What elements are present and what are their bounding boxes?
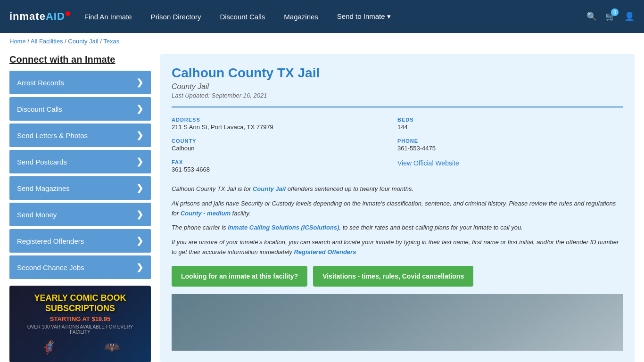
chevron-right-icon: ❯	[136, 209, 143, 220]
sidebar-item-discount-calls[interactable]: Discount Calls ❯	[9, 97, 151, 121]
facility-content: Calhoun County TX Jail County Jail Last …	[160, 54, 635, 362]
fax-value: 361-553-4668	[172, 166, 392, 173]
chevron-right-icon: ❯	[136, 77, 143, 88]
nav-discount-calls[interactable]: Discount Calls	[220, 13, 265, 21]
ad-note: OVER 100 VARIATIONS AVAILABLE FOR EVERY …	[17, 324, 143, 335]
logo[interactable]: inmateAID	[9, 10, 70, 23]
breadcrumb-all-facilities[interactable]: All Facilities	[31, 38, 63, 45]
breadcrumb: Home / All Facilities / County Jail / Te…	[0, 33, 644, 49]
looking-for-inmate-button[interactable]: Looking for an inmate at this facility?	[172, 266, 307, 287]
nav-find-inmate[interactable]: Find An Inmate	[84, 13, 132, 21]
chevron-right-icon: ❯	[136, 183, 143, 193]
facility-title: Calhoun County TX Jail	[172, 66, 623, 81]
registered-offenders-link[interactable]: Registered Offenders	[294, 248, 356, 255]
breadcrumb-texas[interactable]: Texas	[103, 38, 119, 45]
description-2: All prisons and jails have Security or C…	[172, 199, 623, 219]
chevron-right-icon: ❯	[136, 236, 143, 246]
beds-cell: BEDS 144	[397, 113, 623, 134]
description-1: Calhoun County TX Jail is for County Jai…	[172, 184, 623, 194]
sidebar-item-second-chance-jobs[interactable]: Second Chance Jobs ❯	[9, 255, 151, 279]
header-right: 🔍 🛒 0 👤	[586, 11, 635, 22]
user-icon[interactable]: 👤	[624, 11, 635, 22]
advertisement-box[interactable]: YEARLY COMIC BOOK SUBSCRIPTIONS STARTING…	[9, 286, 151, 362]
svg-rect-4	[381, 294, 430, 343]
chevron-right-icon: ❯	[136, 104, 143, 114]
ad-price: STARTING AT $19.95	[17, 315, 143, 322]
visitations-button[interactable]: Visitations - times, rules, Covid cancel…	[313, 266, 473, 287]
facility-type: County Jail	[172, 82, 623, 91]
cart-icon[interactable]: 🛒 0	[605, 11, 616, 22]
aerial-svg	[172, 294, 623, 351]
county-medium-link[interactable]: County - medium	[181, 210, 231, 217]
chevron-right-icon: ❯	[136, 262, 143, 272]
sidebar-item-send-letters[interactable]: Send Letters & Photos ❯	[9, 123, 151, 147]
chevron-right-icon: ❯	[136, 130, 143, 140]
header: inmateAID Find An Inmate Prison Director…	[0, 0, 644, 33]
sidebar-item-send-magazines[interactable]: Send Magazines ❯	[9, 176, 151, 200]
sidebar-item-arrest-records[interactable]: Arrest Records ❯	[9, 71, 151, 94]
sidebar-title: Connect with an Inmate	[9, 54, 151, 65]
sidebar-item-registered-offenders[interactable]: Registered Offenders ❯	[9, 229, 151, 253]
main-nav: Find An Inmate Prison Directory Discount…	[84, 12, 586, 21]
cart-badge: 0	[611, 8, 619, 16]
svg-rect-5	[438, 294, 519, 346]
county-cell: COUNTY Calhoun	[172, 134, 397, 156]
nav-prison-directory[interactable]: Prison Directory	[151, 13, 201, 21]
main-layout: Connect with an Inmate Arrest Records ❯ …	[0, 49, 644, 362]
svg-rect-3	[309, 294, 373, 351]
breadcrumb-county-jail[interactable]: County Jail	[68, 38, 98, 45]
beds-value: 144	[397, 123, 618, 131]
phone-value: 361-553-4475	[397, 145, 618, 152]
description-4: If you are unsure of your inmate's locat…	[172, 238, 623, 257]
ad-title: YEARLY COMIC BOOK SUBSCRIPTIONS	[17, 293, 143, 313]
official-website-link[interactable]: View Official Website	[397, 159, 459, 167]
last-updated: Last Updated: September 16, 2021	[172, 92, 623, 99]
sidebar-item-send-money[interactable]: Send Money ❯	[9, 203, 151, 226]
svg-rect-1	[196, 294, 292, 346]
nav-magazines[interactable]: Magazines	[284, 13, 318, 21]
breadcrumb-home[interactable]: Home	[9, 38, 26, 45]
svg-rect-6	[527, 298, 599, 342]
sidebar-item-send-postcards[interactable]: Send Postcards ❯	[9, 150, 151, 173]
fax-cell: FAX 361-553-4668	[172, 156, 397, 177]
search-icon[interactable]: 🔍	[586, 11, 597, 22]
phone-cell: PHONE 361-553-4475	[397, 134, 623, 156]
action-buttons: Looking for an inmate at this facility? …	[172, 266, 623, 287]
icsolutions-link[interactable]: Inmate Calling Solutions (ICSolutions)	[228, 224, 339, 231]
svg-rect-2	[212, 298, 277, 338]
description-3: The phone carrier is Inmate Calling Solu…	[172, 223, 623, 233]
svg-rect-0	[172, 294, 623, 351]
facility-image	[172, 294, 623, 351]
chevron-right-icon: ❯	[136, 156, 143, 167]
website-cell: View Official Website	[397, 156, 623, 177]
county-value: Calhoun	[172, 145, 392, 152]
nav-send-to-inmate[interactable]: Send to Inmate ▾	[337, 12, 391, 21]
facility-info-grid: ADDRESS 211 S Ann St, Port Lavaca, TX 77…	[172, 107, 623, 177]
address-value: 211 S Ann St, Port Lavaca, TX 77979	[172, 123, 392, 131]
address-cell: ADDRESS 211 S Ann St, Port Lavaca, TX 77…	[172, 113, 397, 134]
ad-imagery: 🦸 🦇	[17, 339, 143, 355]
sidebar: Connect with an Inmate Arrest Records ❯ …	[9, 54, 151, 362]
aerial-photo	[172, 294, 623, 351]
county-jail-link-1[interactable]: County Jail	[253, 185, 286, 192]
